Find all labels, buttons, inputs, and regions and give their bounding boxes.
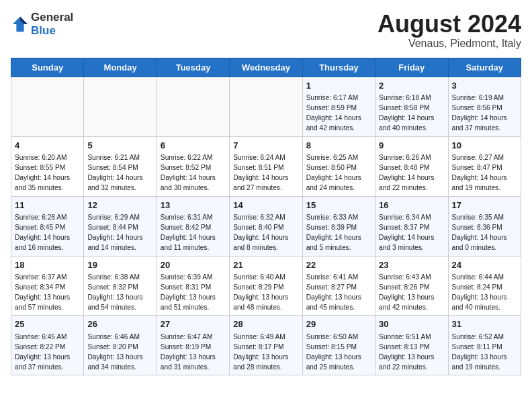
day-of-week-tuesday: Tuesday bbox=[157, 58, 229, 77]
calendar-cell: 27Sunrise: 6:47 AM Sunset: 8:19 PM Dayli… bbox=[157, 316, 229, 375]
day-number: 23 bbox=[379, 259, 444, 272]
day-number: 2 bbox=[379, 80, 444, 93]
calendar-table: SundayMondayTuesdayWednesdayThursdayFrid… bbox=[11, 58, 521, 376]
calendar-cell: 22Sunrise: 6:41 AM Sunset: 8:27 PM Dayli… bbox=[302, 256, 375, 316]
day-number: 30 bbox=[379, 318, 444, 331]
calendar-cell bbox=[157, 77, 229, 136]
day-of-week-monday: Monday bbox=[84, 58, 157, 77]
day-number: 19 bbox=[87, 259, 152, 272]
day-info: Sunrise: 6:20 AM Sunset: 8:55 PM Dayligh… bbox=[15, 153, 80, 193]
day-number: 5 bbox=[87, 140, 152, 152]
day-of-week-saturday: Saturday bbox=[448, 58, 521, 77]
day-number: 12 bbox=[87, 199, 152, 212]
day-number: 10 bbox=[452, 140, 517, 152]
calendar-cell: 8Sunrise: 6:25 AM Sunset: 8:50 PM Daylig… bbox=[302, 136, 375, 196]
day-number: 6 bbox=[161, 140, 226, 152]
day-info: Sunrise: 6:50 AM Sunset: 8:15 PM Dayligh… bbox=[306, 332, 371, 372]
calendar-cell: 10Sunrise: 6:27 AM Sunset: 8:47 PM Dayli… bbox=[448, 136, 521, 196]
week-row-3: 11Sunrise: 6:28 AM Sunset: 8:45 PM Dayli… bbox=[11, 196, 521, 256]
calendar-cell: 18Sunrise: 6:37 AM Sunset: 8:34 PM Dayli… bbox=[11, 256, 84, 316]
calendar-cell: 25Sunrise: 6:45 AM Sunset: 8:22 PM Dayli… bbox=[11, 316, 84, 375]
week-row-1: 1Sunrise: 6:17 AM Sunset: 8:59 PM Daylig… bbox=[11, 77, 521, 136]
calendar-cell bbox=[11, 77, 84, 136]
logo-icon bbox=[11, 15, 30, 34]
day-info: Sunrise: 6:40 AM Sunset: 8:29 PM Dayligh… bbox=[233, 273, 298, 312]
day-number: 13 bbox=[161, 199, 226, 212]
day-number: 4 bbox=[15, 140, 80, 152]
day-of-week-thursday: Thursday bbox=[302, 58, 375, 77]
calendar-cell: 23Sunrise: 6:43 AM Sunset: 8:26 PM Dayli… bbox=[375, 256, 448, 316]
calendar-cell: 4Sunrise: 6:20 AM Sunset: 8:55 PM Daylig… bbox=[11, 136, 84, 196]
day-info: Sunrise: 6:19 AM Sunset: 8:56 PM Dayligh… bbox=[452, 93, 517, 133]
day-number: 8 bbox=[306, 140, 371, 152]
day-of-week-sunday: Sunday bbox=[11, 58, 84, 77]
day-info: Sunrise: 6:37 AM Sunset: 8:34 PM Dayligh… bbox=[15, 273, 80, 312]
day-info: Sunrise: 6:29 AM Sunset: 8:44 PM Dayligh… bbox=[87, 213, 152, 253]
day-number: 14 bbox=[233, 199, 298, 212]
day-info: Sunrise: 6:39 AM Sunset: 8:31 PM Dayligh… bbox=[161, 273, 226, 312]
day-number: 28 bbox=[233, 318, 298, 331]
day-info: Sunrise: 6:32 AM Sunset: 8:40 PM Dayligh… bbox=[233, 213, 298, 253]
day-number: 15 bbox=[306, 199, 371, 212]
calendar-cell: 30Sunrise: 6:51 AM Sunset: 8:13 PM Dayli… bbox=[375, 316, 448, 375]
calendar-cell: 16Sunrise: 6:34 AM Sunset: 8:37 PM Dayli… bbox=[375, 196, 448, 256]
calendar-cell: 11Sunrise: 6:28 AM Sunset: 8:45 PM Dayli… bbox=[11, 196, 84, 256]
calendar-cell: 2Sunrise: 6:18 AM Sunset: 8:58 PM Daylig… bbox=[375, 77, 448, 136]
day-info: Sunrise: 6:46 AM Sunset: 8:20 PM Dayligh… bbox=[87, 332, 152, 372]
calendar-cell: 26Sunrise: 6:46 AM Sunset: 8:20 PM Dayli… bbox=[84, 316, 157, 375]
day-number: 21 bbox=[233, 259, 298, 272]
day-of-week-wednesday: Wednesday bbox=[230, 58, 302, 77]
calendar-cell: 15Sunrise: 6:33 AM Sunset: 8:39 PM Dayli… bbox=[302, 196, 375, 256]
day-number: 9 bbox=[379, 140, 444, 152]
calendar-cell: 7Sunrise: 6:24 AM Sunset: 8:51 PM Daylig… bbox=[230, 136, 302, 196]
calendar-cell: 1Sunrise: 6:17 AM Sunset: 8:59 PM Daylig… bbox=[302, 77, 375, 136]
day-info: Sunrise: 6:51 AM Sunset: 8:13 PM Dayligh… bbox=[379, 332, 444, 372]
day-number: 11 bbox=[15, 199, 80, 212]
calendar-cell: 24Sunrise: 6:44 AM Sunset: 8:24 PM Dayli… bbox=[448, 256, 521, 316]
day-number: 20 bbox=[161, 259, 226, 272]
day-number: 29 bbox=[306, 318, 371, 331]
day-info: Sunrise: 6:31 AM Sunset: 8:42 PM Dayligh… bbox=[161, 213, 226, 253]
day-info: Sunrise: 6:22 AM Sunset: 8:52 PM Dayligh… bbox=[161, 153, 226, 193]
calendar-cell: 12Sunrise: 6:29 AM Sunset: 8:44 PM Dayli… bbox=[84, 196, 157, 256]
day-info: Sunrise: 6:26 AM Sunset: 8:48 PM Dayligh… bbox=[379, 153, 444, 193]
day-number: 26 bbox=[87, 318, 152, 331]
day-number: 27 bbox=[161, 318, 226, 331]
day-number: 25 bbox=[15, 318, 80, 331]
calendar-cell: 19Sunrise: 6:38 AM Sunset: 8:32 PM Dayli… bbox=[84, 256, 157, 316]
calendar-cell: 9Sunrise: 6:26 AM Sunset: 8:48 PM Daylig… bbox=[375, 136, 448, 196]
calendar-cell: 17Sunrise: 6:35 AM Sunset: 8:36 PM Dayli… bbox=[448, 196, 521, 256]
day-number: 1 bbox=[306, 80, 371, 93]
day-info: Sunrise: 6:47 AM Sunset: 8:19 PM Dayligh… bbox=[161, 332, 226, 372]
day-number: 24 bbox=[452, 259, 517, 272]
calendar-cell: 20Sunrise: 6:39 AM Sunset: 8:31 PM Dayli… bbox=[157, 256, 229, 316]
calendar-cell: 3Sunrise: 6:19 AM Sunset: 8:56 PM Daylig… bbox=[448, 77, 521, 136]
month-year-title: August 2024 bbox=[378, 11, 521, 38]
location-subtitle: Venaus, Piedmont, Italy bbox=[378, 38, 521, 50]
day-info: Sunrise: 6:35 AM Sunset: 8:36 PM Dayligh… bbox=[452, 213, 517, 253]
calendar-cell: 21Sunrise: 6:40 AM Sunset: 8:29 PM Dayli… bbox=[230, 256, 302, 316]
calendar-cell: 29Sunrise: 6:50 AM Sunset: 8:15 PM Dayli… bbox=[302, 316, 375, 375]
day-info: Sunrise: 6:28 AM Sunset: 8:45 PM Dayligh… bbox=[15, 213, 80, 253]
day-info: Sunrise: 6:33 AM Sunset: 8:39 PM Dayligh… bbox=[306, 213, 371, 253]
page-header: General Blue August 2024 Venaus, Piedmon… bbox=[11, 11, 521, 50]
day-number: 7 bbox=[233, 140, 298, 152]
day-number: 22 bbox=[306, 259, 371, 272]
day-info: Sunrise: 6:27 AM Sunset: 8:47 PM Dayligh… bbox=[452, 153, 517, 193]
calendar-cell bbox=[230, 77, 302, 136]
day-info: Sunrise: 6:41 AM Sunset: 8:27 PM Dayligh… bbox=[306, 273, 371, 312]
week-row-4: 18Sunrise: 6:37 AM Sunset: 8:34 PM Dayli… bbox=[11, 256, 521, 316]
day-info: Sunrise: 6:34 AM Sunset: 8:37 PM Dayligh… bbox=[379, 213, 444, 253]
logo-blue-text: Blue bbox=[31, 24, 56, 37]
calendar-cell: 13Sunrise: 6:31 AM Sunset: 8:42 PM Dayli… bbox=[157, 196, 229, 256]
logo-general-text: General bbox=[31, 11, 73, 24]
week-row-2: 4Sunrise: 6:20 AM Sunset: 8:55 PM Daylig… bbox=[11, 136, 521, 196]
logo: General Blue bbox=[11, 11, 73, 38]
calendar-cell: 31Sunrise: 6:52 AM Sunset: 8:11 PM Dayli… bbox=[448, 316, 521, 375]
day-info: Sunrise: 6:24 AM Sunset: 8:51 PM Dayligh… bbox=[233, 153, 298, 193]
day-number: 31 bbox=[452, 318, 517, 331]
day-info: Sunrise: 6:44 AM Sunset: 8:24 PM Dayligh… bbox=[452, 273, 517, 312]
day-info: Sunrise: 6:52 AM Sunset: 8:11 PM Dayligh… bbox=[452, 332, 517, 372]
day-number: 17 bbox=[452, 199, 517, 212]
day-info: Sunrise: 6:21 AM Sunset: 8:54 PM Dayligh… bbox=[87, 153, 152, 193]
